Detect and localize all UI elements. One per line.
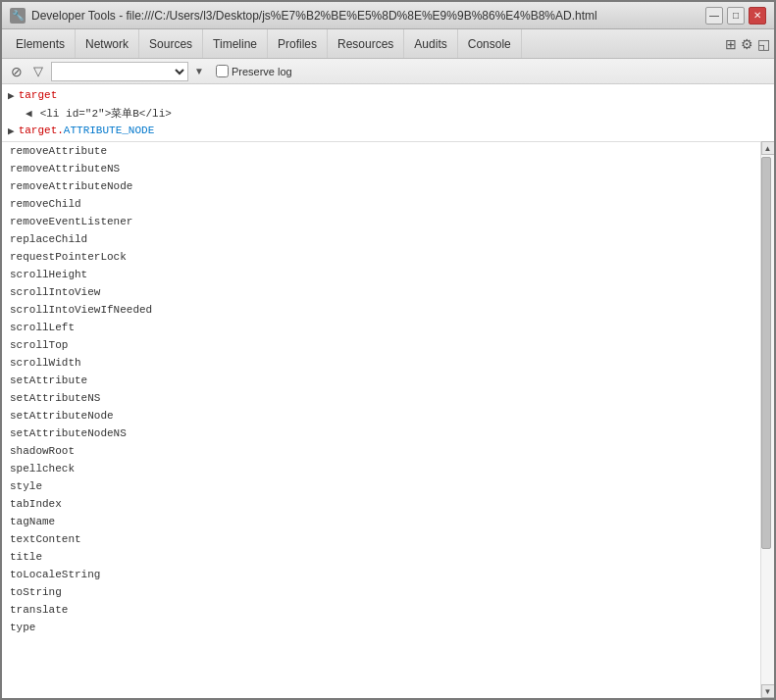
autocomplete-item[interactable]: replaceChild xyxy=(2,230,760,248)
scrollbar-track: ▲ ▼ xyxy=(760,141,774,698)
preserve-log-checkbox[interactable] xyxy=(216,65,229,77)
expand-arrow-1[interactable]: ▶ xyxy=(8,89,15,102)
app-icon: 🔧 xyxy=(10,8,26,24)
autocomplete-item[interactable]: textContent xyxy=(2,530,760,548)
console-area: ▶ target ◀ <li id="2">菜单B</li> ▶ target.… xyxy=(2,84,774,698)
scrollbar-area xyxy=(761,155,774,684)
tab-console[interactable]: Console xyxy=(458,29,522,58)
console-line-3[interactable]: ▶ target.ATTRIBUTE_NODE xyxy=(6,122,770,139)
expand-arrow-3[interactable]: ▶ xyxy=(8,125,15,137)
tab-audits[interactable]: Audits xyxy=(404,29,457,58)
autocomplete-item[interactable]: removeAttributeNS xyxy=(2,160,760,177)
window-controls: — □ ✕ xyxy=(705,7,766,25)
frame-selector[interactable] xyxy=(51,62,188,81)
autocomplete-item[interactable]: scrollTop xyxy=(2,336,760,354)
scrollbar-up-arrow[interactable]: ▲ xyxy=(761,141,775,155)
autocomplete-item[interactable]: shadowRoot xyxy=(2,442,760,460)
tab-bar: Elements Network Sources Timeline Profil… xyxy=(2,29,774,59)
frame-dropdown-arrow[interactable]: ▼ xyxy=(194,66,204,76)
autocomplete-item[interactable]: tabIndex xyxy=(2,495,760,513)
autocomplete-item[interactable]: scrollWidth xyxy=(2,354,760,372)
autocomplete-item[interactable]: scrollHeight xyxy=(2,266,760,283)
autocomplete-item[interactable]: setAttributeNodeNS xyxy=(2,425,760,442)
devtools-menu-icon[interactable]: ⊞ xyxy=(725,36,737,52)
console-line-2[interactable]: ◀ <li id="2">菜单B</li> xyxy=(6,104,770,122)
target-text-1: target xyxy=(19,89,58,101)
tabs-container: Elements Network Sources Timeline Profil… xyxy=(6,29,522,58)
console-output: ▶ target ◀ <li id="2">菜单B</li> ▶ target.… xyxy=(2,84,774,141)
autocomplete-item[interactable]: translate xyxy=(2,601,760,619)
autocomplete-item[interactable]: requestPointerLock xyxy=(2,248,760,266)
autocomplete-item[interactable]: removeAttribute xyxy=(2,142,760,160)
window-title: Developer Tools - file:///C:/Users/l3/De… xyxy=(31,9,705,23)
dock-icon[interactable]: ◱ xyxy=(757,36,770,52)
close-button[interactable]: ✕ xyxy=(749,7,766,25)
target-text-2: target. xyxy=(19,125,64,136)
tab-elements[interactable]: Elements xyxy=(6,29,76,58)
maximize-button[interactable]: □ xyxy=(727,7,745,25)
tab-timeline[interactable]: Timeline xyxy=(203,29,268,58)
autocomplete-item[interactable]: type xyxy=(2,619,760,636)
autocomplete-item[interactable]: removeChild xyxy=(2,195,760,213)
autocomplete-item[interactable]: scrollIntoViewIfNeeded xyxy=(2,301,760,319)
scrollbar-down-arrow[interactable]: ▼ xyxy=(761,684,775,698)
autocomplete-item[interactable]: removeAttributeNode xyxy=(2,177,760,195)
autocomplete-container: removeAttributeremoveAttributeNSremoveAt… xyxy=(2,141,774,698)
autocomplete-item[interactable]: scrollLeft xyxy=(2,319,760,336)
autocomplete-item[interactable]: spellcheck xyxy=(2,460,760,477)
autocomplete-item[interactable]: title xyxy=(2,548,760,566)
autocomplete-item[interactable]: toLocaleString xyxy=(2,566,760,583)
tab-network[interactable]: Network xyxy=(76,29,139,58)
autocomplete-item[interactable]: toString xyxy=(2,583,760,601)
minimize-button[interactable]: — xyxy=(705,7,723,25)
expand-arrow-2[interactable]: ◀ xyxy=(26,107,32,120)
settings-icon[interactable]: ⚙ xyxy=(741,36,753,52)
tab-resources[interactable]: Resources xyxy=(328,29,404,58)
tab-sources[interactable]: Sources xyxy=(139,29,203,58)
autocomplete-list: removeAttributeremoveAttributeNSremoveAt… xyxy=(2,141,760,698)
attribute-node-text: ATTRIBUTE_NODE xyxy=(64,125,154,136)
autocomplete-item[interactable]: removeEventListener xyxy=(2,213,760,230)
scrollbar-thumb[interactable] xyxy=(761,157,771,549)
console-line-1[interactable]: ▶ target xyxy=(6,86,770,104)
li-element-text: <li id="2">菜单B</li> xyxy=(40,106,172,121)
autocomplete-item[interactable]: setAttributeNS xyxy=(2,389,760,407)
autocomplete-item[interactable]: scrollIntoView xyxy=(2,283,760,301)
devtools-window: 🔧 Developer Tools - file:///C:/Users/l3/… xyxy=(0,0,776,700)
autocomplete-item[interactable]: setAttributeNode xyxy=(2,407,760,425)
console-toolbar: ⊘ ▽ ▼ Preserve log xyxy=(2,59,774,84)
autocomplete-item[interactable]: style xyxy=(2,477,760,495)
title-bar: 🔧 Developer Tools - file:///C:/Users/l3/… xyxy=(2,2,774,29)
preserve-log-label: Preserve log xyxy=(216,65,292,77)
filter-button[interactable]: ▽ xyxy=(29,63,47,80)
autocomplete-list-wrapper: removeAttributeremoveAttributeNSremoveAt… xyxy=(2,141,760,698)
tab-profiles[interactable]: Profiles xyxy=(268,29,328,58)
autocomplete-items: removeAttributeremoveAttributeNSremoveAt… xyxy=(2,142,760,698)
clear-console-button[interactable]: ⊘ xyxy=(8,63,26,80)
autocomplete-item[interactable]: tagName xyxy=(2,513,760,530)
autocomplete-item[interactable]: setAttribute xyxy=(2,372,760,389)
